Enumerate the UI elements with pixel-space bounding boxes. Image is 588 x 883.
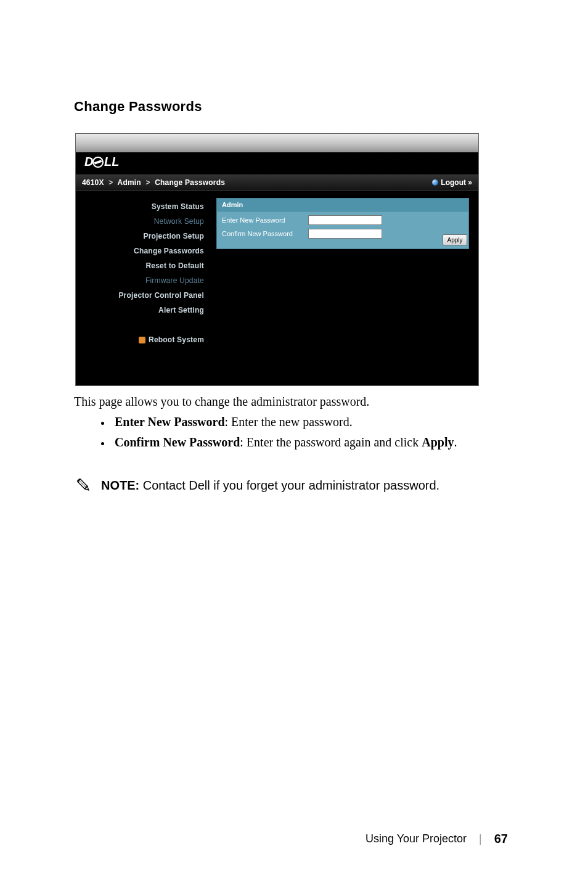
svg-rect-3 (94, 160, 102, 164)
bullet-strong: Confirm New Password (115, 435, 240, 449)
list-item: Enter New Password: Enter the new passwo… (111, 415, 514, 429)
sidebar-item-network-setup[interactable]: Network Setup (76, 214, 208, 229)
app-footer (76, 366, 478, 385)
breadcrumb-page: Change Passwords (155, 178, 225, 187)
dell-logo: D LL (84, 156, 129, 171)
note-icon (75, 477, 92, 494)
sidebar-item-alert-setting[interactable]: Alert Setting (76, 303, 208, 318)
svg-text:LL: LL (104, 156, 119, 168)
sidebar-item-reboot-system[interactable]: Reboot System (76, 332, 208, 347)
page-footer: Using Your Projector | 67 (365, 832, 508, 846)
sidebar-item-firmware-update[interactable]: Firmware Update (76, 273, 208, 288)
admin-box: Admin Enter New Password Confirm New Pas… (216, 198, 469, 249)
breadcrumb-sep: > (106, 178, 115, 187)
svg-text:D: D (84, 156, 93, 168)
logout-link[interactable]: Logout » (432, 178, 472, 187)
logout-label: Logout » (441, 178, 472, 187)
bullet-strong: Enter New Password (115, 415, 225, 429)
bullet-list: Enter New Password: Enter the new passwo… (111, 415, 514, 450)
window-titlebar (76, 134, 478, 152)
sidebar-item-projector-control-panel[interactable]: Projector Control Panel (76, 288, 208, 303)
breadcrumb: 4610X > Admin > Change Passwords (82, 178, 225, 187)
list-item: Confirm New Password: Enter the password… (111, 435, 514, 450)
admin-row-confirm-password: Confirm New Password (222, 229, 463, 239)
description-text: This page allows you to change the admin… (74, 395, 514, 409)
breadcrumb-model: 4610X (82, 178, 104, 187)
admin-row-new-password: Enter New Password (222, 215, 463, 225)
input-enter-new-password[interactable] (308, 215, 382, 225)
footer-divider: | (479, 832, 482, 845)
label-enter-new-password: Enter New Password (222, 216, 308, 224)
sidebar-item-change-passwords[interactable]: Change Passwords (76, 244, 208, 258)
reboot-icon (139, 337, 145, 343)
app-screenshot: D LL 4610X > Admin > Change Passwords Lo… (75, 133, 479, 386)
sidebar-item-system-status[interactable]: System Status (76, 199, 208, 214)
admin-box-title: Admin (217, 199, 468, 212)
note-text: NOTE: Contact Dell if you forget your ad… (101, 477, 439, 493)
app-header: D LL (76, 152, 478, 175)
sidebar-item-reset-to-default[interactable]: Reset to Default (76, 258, 208, 273)
globe-icon (432, 179, 438, 186)
label-confirm-new-password: Confirm New Password (222, 230, 308, 237)
note-label: NOTE: (101, 478, 139, 492)
breadcrumb-bar: 4610X > Admin > Change Passwords Logout … (76, 175, 478, 191)
bullet-strong-apply: Apply (422, 435, 454, 449)
bullet-tail: . (454, 435, 457, 449)
bullet-rest: : Enter the new password. (225, 415, 353, 429)
sidebar-item-label: Reboot System (149, 335, 204, 344)
breadcrumb-sep: > (143, 178, 152, 187)
breadcrumb-area: Admin (118, 178, 141, 187)
section-title: Change Passwords (74, 99, 514, 115)
input-confirm-new-password[interactable] (308, 229, 382, 239)
main-panel: Admin Enter New Password Confirm New Pas… (210, 193, 475, 347)
sidebar: System Status Network Setup Projection S… (76, 193, 210, 347)
apply-button[interactable]: Apply (443, 234, 467, 245)
note-block: NOTE: Contact Dell if you forget your ad… (75, 477, 514, 494)
sidebar-item-projection-setup[interactable]: Projection Setup (76, 229, 208, 244)
footer-section: Using Your Projector (365, 832, 467, 845)
page-number: 67 (494, 832, 508, 846)
bullet-rest: : Enter the password again and click (240, 435, 422, 449)
note-body: Contact Dell if you forget your administ… (139, 478, 439, 492)
